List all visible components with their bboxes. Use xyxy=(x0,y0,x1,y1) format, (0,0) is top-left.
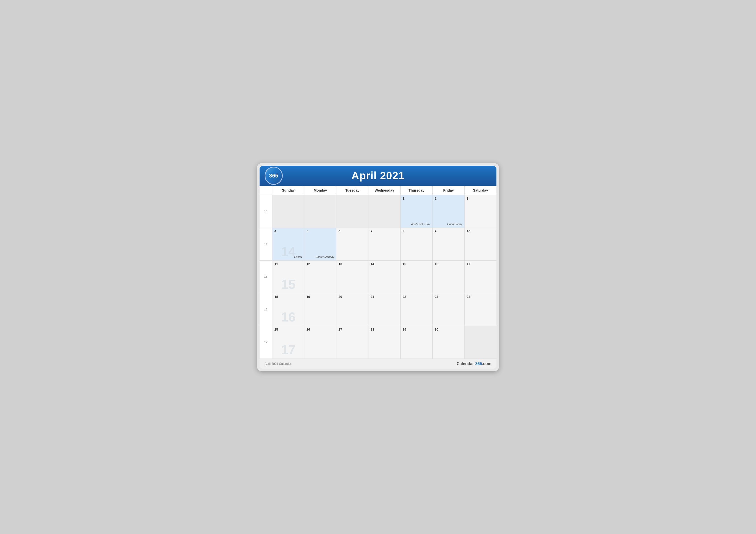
footer-brand: Calendar-365.com xyxy=(457,362,491,366)
day-header-sat: Saturday xyxy=(465,186,497,195)
calendar-footer: April 2021 Calendar Calendar-365.com xyxy=(259,359,497,369)
brand-text-365: 365 xyxy=(475,362,482,366)
day-cell[interactable] xyxy=(272,195,304,228)
week-num-13: 13 xyxy=(259,195,272,228)
day-cell[interactable]: 12 xyxy=(304,261,336,293)
day-cell[interactable]: 29 xyxy=(400,326,432,359)
calendar-title: April 2021 xyxy=(267,170,489,182)
day-number: 12 xyxy=(307,262,334,266)
day-cell[interactable]: 24 xyxy=(465,293,497,326)
day-number: 13 xyxy=(338,262,366,266)
day-cell[interactable]: 7 xyxy=(368,228,400,261)
day-cell[interactable]: 20 xyxy=(336,293,368,326)
day-cell[interactable] xyxy=(336,195,368,228)
day-number: 11 xyxy=(274,262,302,266)
day-header-fri: Friday xyxy=(432,186,465,195)
day-cell[interactable]: 1115 xyxy=(272,261,304,293)
day-cell[interactable]: 26 xyxy=(304,326,336,359)
day-cell[interactable]: 1April Fool's Day xyxy=(400,195,432,228)
week-watermark: 16 xyxy=(281,309,296,324)
day-number: 14 xyxy=(370,262,398,266)
day-cell[interactable]: 19 xyxy=(304,293,336,326)
day-cell[interactable]: 13 xyxy=(336,261,368,293)
day-number: 9 xyxy=(435,229,462,233)
calendar-header: 365 April 2021 xyxy=(259,166,497,186)
day-cell[interactable]: 2Good Friday xyxy=(432,195,465,228)
brand-text-dot: .com xyxy=(482,362,491,366)
day-number: 3 xyxy=(467,197,495,200)
day-number: 7 xyxy=(370,229,398,233)
day-cell[interactable]: 2517 xyxy=(272,326,304,359)
day-cell[interactable]: 21 xyxy=(368,293,400,326)
day-number: 20 xyxy=(338,295,366,299)
day-number: 6 xyxy=(338,229,366,233)
day-cell[interactable]: 27 xyxy=(336,326,368,359)
calendar-grid: 131April Fool's Day2Good Friday314414Eas… xyxy=(259,195,497,359)
day-number: 10 xyxy=(467,229,495,233)
day-number: 1 xyxy=(403,197,430,200)
day-header-thu: Thursday xyxy=(400,186,432,195)
day-cell[interactable]: 22 xyxy=(400,293,432,326)
day-cell[interactable]: 30 xyxy=(432,326,465,359)
day-cell[interactable]: 414Easter xyxy=(272,228,304,261)
week-num-17: 17 xyxy=(259,326,272,359)
day-cell[interactable]: 6 xyxy=(336,228,368,261)
day-cell[interactable]: 23 xyxy=(432,293,465,326)
day-cell[interactable] xyxy=(465,326,497,359)
day-cell[interactable]: 14 xyxy=(368,261,400,293)
calendar-wrapper: 365 April 2021 Sunday Monday Tuesday Wed… xyxy=(257,163,499,371)
day-cell[interactable]: 17 xyxy=(465,261,497,293)
day-header-mon: Monday xyxy=(304,186,336,195)
day-headers-row: Sunday Monday Tuesday Wednesday Thursday… xyxy=(259,186,497,195)
day-number: 23 xyxy=(435,295,462,299)
holiday-label: Easter xyxy=(294,255,302,258)
day-number: 17 xyxy=(467,262,495,266)
day-number: 22 xyxy=(403,295,430,299)
day-number: 29 xyxy=(403,328,430,331)
day-header-sun: Sunday xyxy=(272,186,304,195)
week-watermark: 17 xyxy=(281,342,296,357)
week-num-14: 14 xyxy=(259,228,272,261)
day-number: 16 xyxy=(435,262,462,266)
day-header-tue: Tuesday xyxy=(336,186,368,195)
day-number: 26 xyxy=(307,328,334,331)
day-number: 30 xyxy=(435,328,462,331)
day-cell[interactable]: 8 xyxy=(400,228,432,261)
day-number: 8 xyxy=(403,229,430,233)
holiday-label: Good Friday xyxy=(447,222,462,226)
brand-text-cal: Calendar- xyxy=(457,362,475,366)
week-num-15: 15 xyxy=(259,261,272,293)
day-number: 28 xyxy=(370,328,398,331)
day-cell[interactable]: 15 xyxy=(400,261,432,293)
day-cell[interactable]: 3 xyxy=(465,195,497,228)
footer-caption: April 2021 Calendar xyxy=(265,362,291,366)
day-number: 15 xyxy=(403,262,430,266)
day-number: 18 xyxy=(274,295,302,299)
day-number: 24 xyxy=(467,295,495,299)
day-number: 27 xyxy=(338,328,366,331)
week-num-header xyxy=(259,186,272,195)
day-cell[interactable]: 5Easter Monday xyxy=(304,228,336,261)
day-cell[interactable] xyxy=(368,195,400,228)
week-watermark: 15 xyxy=(281,277,296,292)
day-number: 21 xyxy=(370,295,398,299)
holiday-label: Easter Monday xyxy=(315,255,334,258)
day-cell[interactable]: 9 xyxy=(432,228,465,261)
day-number: 5 xyxy=(307,229,334,233)
day-cell[interactable]: 1816 xyxy=(272,293,304,326)
day-cell[interactable]: 10 xyxy=(465,228,497,261)
holiday-label: April Fool's Day xyxy=(411,222,430,226)
day-header-wed: Wednesday xyxy=(368,186,400,195)
day-cell[interactable]: 16 xyxy=(432,261,465,293)
day-number: 2 xyxy=(435,197,462,200)
calendar-inner: 365 April 2021 Sunday Monday Tuesday Wed… xyxy=(259,166,497,369)
day-cell[interactable]: 28 xyxy=(368,326,400,359)
day-number: 19 xyxy=(307,295,334,299)
week-watermark: 14 xyxy=(281,244,296,259)
day-cell[interactable] xyxy=(304,195,336,228)
day-number: 4 xyxy=(274,229,302,233)
day-number: 25 xyxy=(274,328,302,331)
logo-badge: 365 xyxy=(265,167,283,185)
week-num-16: 16 xyxy=(259,293,272,326)
